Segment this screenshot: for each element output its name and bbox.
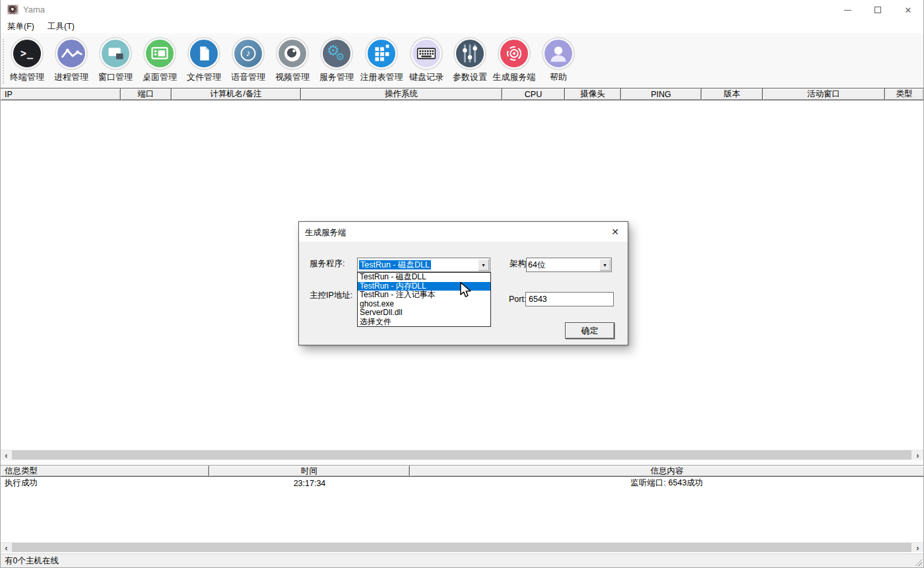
close-icon: ✕	[611, 227, 619, 237]
online-hosts-status: 有0个主机在线	[5, 555, 59, 567]
toolbar-label: 键盘记录	[409, 71, 444, 83]
sliders-icon	[455, 38, 485, 69]
dialog-title: 生成服务端	[305, 227, 346, 238]
camera-eye-icon	[277, 38, 308, 69]
log-list-area[interactable]	[1, 489, 923, 542]
column-header-name[interactable]: 计算机名/备注	[172, 89, 301, 100]
toolbar: >_ 终端管理 进程管理 窗口管理 桌面管理 文件管理	[1, 35, 923, 88]
terminal-icon: >_	[12, 38, 42, 69]
column-header-msg-time[interactable]: 时间	[209, 466, 410, 476]
audio-icon: ♪	[233, 38, 263, 69]
dropdown-option[interactable]: ghost.exe	[358, 300, 490, 309]
port-input[interactable]	[525, 292, 614, 306]
toolbar-label: 帮助	[550, 71, 567, 83]
window-manager-icon	[100, 38, 131, 69]
status-bar: 有0个主机在线	[1, 553, 923, 567]
chevron-down-icon[interactable]: ▼	[478, 259, 489, 271]
dropdown-option[interactable]: ServerDll.dll	[358, 308, 490, 318]
column-header-port[interactable]: 端口	[121, 89, 172, 100]
close-button[interactable]: ✕	[893, 0, 923, 20]
toolbar-label: 注册表管理	[360, 71, 403, 83]
column-header-type[interactable]: 类型	[885, 89, 923, 100]
column-header-os[interactable]: 操作系统	[301, 89, 502, 100]
column-header-ping[interactable]: PING	[621, 89, 702, 100]
mouse-cursor-icon	[459, 282, 472, 301]
toolbar-label: 生成服务端	[493, 71, 536, 83]
service-program-combobox[interactable]: TestRun - 磁盘DLL ▼	[357, 258, 490, 272]
toolbar-label: 文件管理	[187, 71, 221, 83]
log-cell-time: 23:17:34	[209, 478, 410, 489]
scroll-left-icon[interactable]: ‹	[1, 450, 12, 460]
target-icon	[499, 38, 529, 69]
log-cell-type: 执行成功	[1, 478, 209, 489]
file-icon	[189, 38, 219, 69]
menu-item-tools[interactable]: 工具(T)	[46, 20, 76, 34]
toolbar-label: 参数设置	[453, 71, 487, 83]
maximize-button[interactable]	[863, 0, 893, 20]
toolbar-label: 语音管理	[231, 71, 265, 83]
menu-item-main[interactable]: 菜单(F)	[6, 20, 36, 34]
column-header-ip[interactable]: IP	[1, 89, 121, 100]
user-icon	[543, 38, 574, 69]
scrollbar-thumb[interactable]	[12, 450, 911, 460]
panel-splitter[interactable]	[1, 460, 923, 466]
gears-icon: ⚙ ⚙	[321, 38, 352, 69]
scroll-left-icon[interactable]: ‹	[1, 543, 12, 552]
dropdown-option[interactable]: TestRun - 磁盘DLL	[358, 273, 490, 282]
toolbar-label: 视频管理	[275, 71, 310, 83]
music-note-glyph: ♪	[234, 40, 262, 66]
log-table-header: 信息类型 时间 信息内容	[1, 466, 923, 477]
maximize-icon	[874, 7, 881, 13]
port-label: Port:	[509, 292, 526, 306]
ok-button[interactable]: 确定	[565, 322, 614, 339]
column-header-version[interactable]: 版本	[702, 89, 763, 100]
gear-small-glyph: ⚙	[336, 51, 345, 63]
window-title: Yama	[23, 5, 45, 15]
app-window: Yama ✕ 菜单(F) 工具(T) >_ 终端管理 进程管理 窗口管理	[0, 0, 924, 568]
scroll-right-icon[interactable]: ›	[912, 543, 923, 552]
generate-server-dialog: 生成服务端 ✕ 服务程序: TestRun - 磁盘DLL ▼ 架构: 64位 …	[298, 221, 628, 345]
minimize-icon	[844, 10, 851, 11]
service-program-label: 服务程序:	[310, 256, 345, 271]
close-icon: ✕	[905, 6, 912, 15]
toolbar-label: 窗口管理	[98, 71, 133, 83]
dropdown-option[interactable]: 选择文件	[358, 318, 490, 327]
log-cell-content: 监听端口: 6543成功	[410, 478, 924, 489]
dialog-close-button[interactable]: ✕	[608, 225, 622, 238]
chevron-down-icon[interactable]: ▼	[599, 259, 610, 271]
keyboard-icon	[411, 38, 442, 69]
process-activity-icon	[56, 38, 86, 69]
arch-value: 64位	[528, 260, 545, 269]
toolbar-label: 服务管理	[319, 71, 354, 83]
column-header-camera[interactable]: 摄像头	[565, 89, 621, 100]
minimize-button[interactable]	[832, 0, 863, 20]
toolbar-label: 终端管理	[10, 71, 44, 83]
master-ip-label: 主控IP地址:	[310, 288, 352, 302]
column-header-window[interactable]: 活动窗口	[763, 89, 885, 100]
log-list-hscrollbar[interactable]: ‹ ›	[1, 542, 923, 552]
desktop-icon	[145, 38, 175, 69]
registry-grid-icon	[366, 38, 397, 69]
toolbar-button-help[interactable]: 帮助	[532, 38, 585, 83]
app-icon	[7, 5, 18, 15]
scrollbar-thumb[interactable]	[12, 543, 911, 552]
log-row[interactable]: 执行成功 23:17:34 监听端口: 6543成功	[1, 478, 923, 489]
toolbar-label: 桌面管理	[143, 71, 177, 83]
column-header-msg-type[interactable]: 信息类型	[1, 466, 209, 476]
service-program-value: TestRun - 磁盘DLL	[359, 260, 431, 269]
host-table-header: IP 端口 计算机名/备注 操作系统 CPU 摄像头 PING 版本 活动窗口 …	[1, 88, 923, 100]
scroll-right-icon[interactable]: ›	[912, 450, 923, 460]
host-list-hscrollbar[interactable]: ‹ ›	[1, 450, 923, 460]
title-bar: Yama ✕	[1, 0, 923, 20]
arch-combobox[interactable]: 64位 ▼	[526, 258, 612, 272]
terminal-glyph: >_	[20, 48, 34, 59]
column-header-cpu[interactable]: CPU	[502, 89, 565, 100]
menu-bar: 菜单(F) 工具(T)	[1, 20, 923, 34]
dialog-title-bar: 生成服务端 ✕	[299, 222, 628, 242]
resize-grip[interactable]	[913, 557, 922, 566]
column-header-msg-content[interactable]: 信息内容	[410, 466, 924, 476]
toolbar-label: 进程管理	[54, 71, 88, 83]
